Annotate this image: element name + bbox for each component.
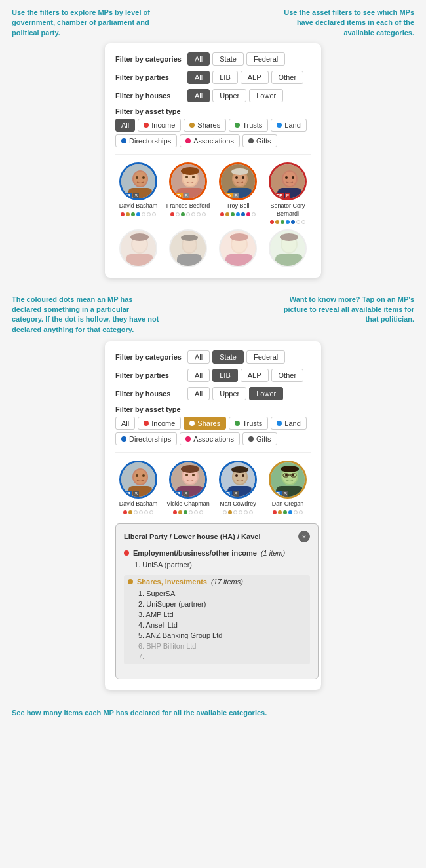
svg-point-65 [231,466,248,473]
mp-avatar-faded-3[interactable] [219,229,257,267]
asset-btn-gifts[interactable]: Gifts [242,134,277,147]
asset-btn-gifts-2[interactable]: Gifts [242,432,277,445]
asset-btn-land[interactable]: Land [271,119,306,132]
mp-card-faded-4[interactable] [265,229,310,267]
mp-avatar-frances[interactable]: IND B [169,162,207,200]
filter-categories-label-2: Filter by categories [115,353,187,361]
asset-btn-directorships[interactable]: Directorships [115,134,177,147]
mp-card-faded-2[interactable] [166,229,210,267]
dot-land [286,220,290,224]
asset-btn-income[interactable]: Income [138,119,181,132]
dot-hollow-m3 [239,510,242,514]
mp-card-david-basham-2[interactable]: LIB S David Basham [116,461,161,514]
popup-close-button[interactable]: × [298,531,310,542]
divider-2 [115,452,311,453]
mp-avatar-dan[interactable]: LIB S [269,461,307,499]
asset-btn-trusts[interactable]: Trusts [229,119,268,132]
associations-dot [185,138,191,143]
party-btn-other-2[interactable]: Other [271,369,304,382]
badge-lib-david: LIB [121,193,132,198]
asset-btn-shares-2[interactable]: Shares [184,417,226,430]
mp-avatar-troy[interactable]: IND B [219,162,257,200]
mp-card-dan-cregan[interactable]: LIB S Dan Cregan [265,461,310,514]
mp-avatar-david-2[interactable]: LIB S [119,461,157,499]
party-btn-all-2[interactable]: All [187,369,210,382]
mp-card-frances-bedford[interactable]: IND B Frances Bedford [166,162,210,223]
mp-name-troy: Troy Bell [226,202,249,210]
svg-point-17 [235,176,238,179]
asset-btn-shares[interactable]: Shares [184,119,226,132]
house-btn-all-2[interactable]: All [187,387,210,400]
asset-btn-income-2[interactable]: Income [138,417,181,430]
mp-avatar-faded-1[interactable] [119,229,157,267]
popup-section-income: Employment/business/other income (1 item… [124,549,310,570]
svg-point-19 [231,168,248,175]
cat-btn-federal-2[interactable]: Federal [246,350,285,364]
cat-btn-all[interactable]: All [187,52,210,66]
svg-point-4 [136,176,138,179]
mp-card-troy-bell[interactable]: IND B Troy Bell [216,162,260,223]
popup-section-shares: Shares, investments (17 items) 1. SuperS… [124,575,310,664]
cat-btn-state[interactable]: State [212,52,244,66]
dot-shares [275,220,279,224]
asset-btn-associations-2[interactable]: Associations [180,432,240,445]
mp-name-senator: Senator Cory Bernardi [265,202,310,217]
svg-point-56 [185,474,188,476]
mp-card-vickie-chapman[interactable]: LIB S Vickie Chapman [166,461,210,514]
badge-s-david-2: S [133,491,139,497]
party-btn-alp-2[interactable]: ALP [241,369,269,382]
cat-btn-state-2[interactable]: State [212,350,244,364]
filter-houses-buttons: All Upper Lower [187,89,283,102]
house-btn-upper[interactable]: Upper [212,89,246,102]
mp-card-faded-1[interactable] [116,229,161,267]
mp-card-david-basham[interactable]: LIB S David Basham [116,162,161,223]
party-btn-alp[interactable]: ALP [241,71,269,84]
svg-point-2 [134,172,147,186]
cat-btn-federal[interactable]: Federal [246,52,285,66]
svg-point-48 [134,470,147,484]
house-btn-lower-2[interactable]: Lower [249,387,283,400]
mp-grid-row1: LIB S David Basham [115,162,311,223]
mp-card-matt-cowdrey[interactable]: LIB S Matt Cowdrey [216,461,260,514]
asset-btn-associations[interactable]: Associations [180,134,240,147]
dot-hollow-v3 [199,510,203,514]
dot-trusts [231,212,235,216]
dot-hollow-m1 [223,510,227,514]
dot-land [136,212,140,216]
mp-avatar-faded-4[interactable] [269,229,307,267]
house-btn-all[interactable]: All [187,89,210,102]
asset-btn-trusts-2[interactable]: Trusts [229,417,268,430]
mp-card-faded-3[interactable] [216,229,260,267]
mid-annotations: The coloured dots mean an MP has declare… [0,288,426,342]
filter-houses-row-2: Filter by houses All Upper Lower [115,387,311,400]
party-btn-lib-2[interactable]: LIB [212,369,238,382]
svg-point-11 [192,176,195,178]
mp-avatar-faded-2[interactable] [169,229,207,267]
dot-shares [225,212,229,216]
house-btn-lower[interactable]: Lower [249,89,283,102]
mp-avatar-vickie[interactable]: LIB S [169,461,207,499]
dot-hollow3 [152,212,156,216]
associations-label: Associations [193,137,234,145]
asset-btn-directorships-2[interactable]: Directorships [115,432,177,445]
mp-avatar-matt[interactable]: LIB S [219,461,257,499]
cat-btn-all-2[interactable]: All [187,350,210,364]
mp-avatar-senator[interactable]: ACP F [269,162,307,200]
mp-badge-matt: LIB S [221,491,239,497]
house-btn-upper-2[interactable]: Upper [212,387,246,400]
asset-btn-all-2[interactable]: All [115,417,135,430]
party-btn-all[interactable]: All [187,71,210,84]
asset-btn-land-2[interactable]: Land [271,417,306,430]
dot-trusts-v [184,510,187,514]
shares-section-dot [128,579,133,584]
trusts-dot-2 [235,421,240,426]
mp-grid-row2 [115,229,311,267]
asset-btn-all[interactable]: All [115,119,135,132]
gifts-dot-2 [248,436,254,442]
party-btn-lib[interactable]: LIB [212,71,238,84]
mp-card-senator-bernardi[interactable]: ACP F Senator Cory Bernardi [265,162,310,223]
svg-point-12 [181,167,199,175]
dot-dir [291,220,295,224]
party-btn-other[interactable]: Other [271,71,304,84]
mp-avatar-david-basham[interactable]: LIB S [119,162,157,200]
